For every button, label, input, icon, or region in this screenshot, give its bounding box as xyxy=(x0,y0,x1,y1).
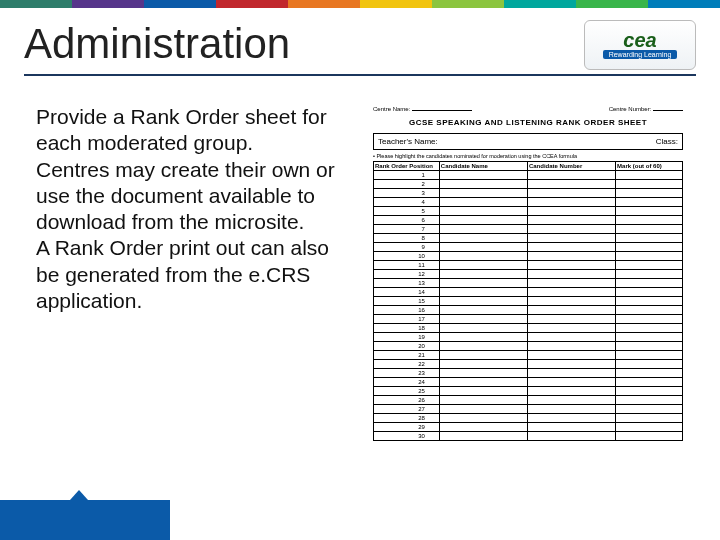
table-row: 14 xyxy=(374,288,683,297)
table-row: 23 xyxy=(374,369,683,378)
teacher-label: Teacher's Name: xyxy=(378,137,438,146)
col-candidate-name: Candidate Name xyxy=(439,162,527,171)
footer-tab xyxy=(0,500,170,540)
sheet-title: GCSE SPEAKING AND LISTENING RANK ORDER S… xyxy=(373,118,683,127)
table-row: 13 xyxy=(374,279,683,288)
table-row: 3 xyxy=(374,189,683,198)
body-paragraph: Provide a Rank Order sheet for each mode… xyxy=(36,104,336,314)
table-row: 29 xyxy=(374,423,683,432)
table-row: 26 xyxy=(374,396,683,405)
table-row: 25 xyxy=(374,387,683,396)
centre-name-label: Centre Name: xyxy=(373,106,410,112)
table-row: 8 xyxy=(374,234,683,243)
col-mark: Mark (out of 60) xyxy=(616,162,683,171)
body-text: Provide a Rank Order sheet for each mode… xyxy=(36,104,336,314)
table-row: 16 xyxy=(374,306,683,315)
sheet-note: • Please highlight the candidates nomina… xyxy=(373,153,683,159)
table-row: 22 xyxy=(374,360,683,369)
table-row: 28 xyxy=(374,414,683,423)
table-row: 2 xyxy=(374,180,683,189)
table-row: 9 xyxy=(374,243,683,252)
table-row: 21 xyxy=(374,351,683,360)
table-row: 11 xyxy=(374,261,683,270)
color-bar xyxy=(0,0,720,8)
table-row: 6 xyxy=(374,216,683,225)
rank-order-table: Rank Order Position Candidate Name Candi… xyxy=(373,161,683,441)
table-row: 7 xyxy=(374,225,683,234)
table-row: 17 xyxy=(374,315,683,324)
table-row: 4 xyxy=(374,198,683,207)
table-row: 18 xyxy=(374,324,683,333)
table-row: 15 xyxy=(374,297,683,306)
table-row: 12 xyxy=(374,270,683,279)
col-candidate-number: Candidate Number xyxy=(527,162,615,171)
centre-number-label: Centre Number: xyxy=(609,106,652,112)
table-row: 24 xyxy=(374,378,683,387)
table-row: 1 xyxy=(374,171,683,180)
table-row: 27 xyxy=(374,405,683,414)
brand-tagline: Rewarding Learning xyxy=(603,50,678,59)
table-row: 20 xyxy=(374,342,683,351)
brand-name: cea xyxy=(623,31,656,49)
sheet-preview: Centre Name: Centre Number: GCSE SPEAKIN… xyxy=(360,104,696,441)
table-row: 19 xyxy=(374,333,683,342)
class-label: Class: xyxy=(656,137,678,146)
table-row: 5 xyxy=(374,207,683,216)
col-rank: Rank Order Position xyxy=(374,162,440,171)
table-row: 30 xyxy=(374,432,683,441)
brand-logo: cea Rewarding Learning xyxy=(584,20,696,70)
table-row: 10 xyxy=(374,252,683,261)
